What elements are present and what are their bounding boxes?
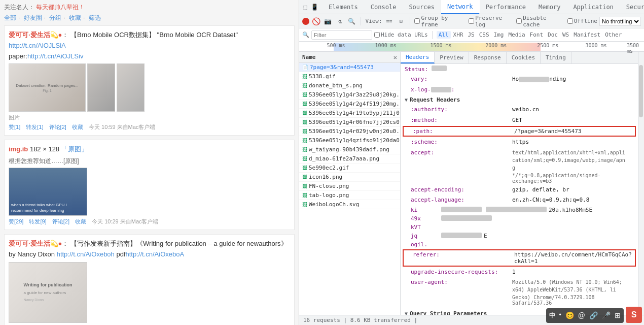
- file-icon-13: 🖼: [302, 183, 307, 189]
- tab-sources[interactable]: Sources: [403, 0, 441, 14]
- file-item-11[interactable]: 🖼 5e990ec2.gif: [299, 164, 400, 173]
- nav-collect[interactable]: 收藏: [69, 14, 85, 21]
- filter-doc[interactable]: Doc: [546, 31, 560, 39]
- post-1-repost[interactable]: 转发[1]: [26, 124, 43, 130]
- filter-search-icon: 🔍: [302, 31, 309, 38]
- view-tree-icon[interactable]: ⊞: [396, 16, 406, 26]
- file-item-1[interactable]: 🖼 5338.gif: [299, 72, 400, 81]
- filter-all[interactable]: All: [437, 31, 451, 39]
- filter-media[interactable]: Media: [506, 31, 527, 39]
- post-3-link2[interactable]: http://t.cn/AiOxeboA: [126, 250, 185, 258]
- filter-xhr[interactable]: XHR: [451, 31, 466, 39]
- camera-button[interactable]: 📷: [323, 16, 333, 26]
- file-item-9[interactable]: 🖼 w_taiyang-90b439dadf.png: [299, 145, 400, 154]
- post-1-comment[interactable]: 评论[2]: [49, 124, 66, 130]
- filter-css[interactable]: CSS: [477, 31, 491, 39]
- vertical-scrollbar[interactable]: [638, 52, 644, 315]
- weibo-s-letter: S: [631, 310, 637, 319]
- filter-js[interactable]: JS: [466, 31, 476, 39]
- file-item-7[interactable]: 🖼 5396ee05ly1g4r029jw0nj20u0...: [299, 127, 400, 136]
- details-tab-headers[interactable]: Headers: [401, 52, 435, 63]
- nav-filter[interactable]: 筛选: [89, 14, 103, 21]
- throttling-select[interactable]: No throttling: [599, 17, 641, 26]
- request-headers-section[interactable]: ▼ Request Headers: [401, 95, 638, 105]
- weibo-feed[interactable]: 关注名人： 每天都帅八辈祖！ 全部 好友圈 分组 收藏 筛选 爱可可·爱生活💫●…: [0, 0, 299, 325]
- file-item-12[interactable]: 🖼 icon16.png: [299, 173, 400, 182]
- post-2-like[interactable]: 赞[29]: [9, 218, 23, 224]
- details-tab-timing[interactable]: Timing: [541, 52, 571, 63]
- tab-security[interactable]: Security: [620, 0, 644, 14]
- devtools-device-icon[interactable]: 📱: [310, 3, 318, 11]
- post-2-img-link[interactable]: [原图]: [63, 157, 79, 165]
- weibo-float-toolbar: 中 • 😊 @ 🔗 🎤 ⊞: [546, 308, 624, 323]
- float-icon-mic[interactable]: 🎤: [601, 310, 612, 321]
- post-1-username[interactable]: 爱可可·爱生活💫●: [9, 31, 62, 39]
- details-tab-preview[interactable]: Preview: [435, 52, 469, 63]
- details-tab-response[interactable]: Response: [469, 52, 507, 63]
- post-1-link1[interactable]: http://t.cn/AiOJLSiA: [9, 42, 66, 49]
- nav-friends[interactable]: 好友圈: [24, 14, 46, 21]
- file-item-6[interactable]: 🖼 5396ee05ly1g4r06fne7jj20cs0...: [299, 118, 400, 127]
- tab-network[interactable]: Network: [441, 0, 480, 14]
- file-icon-10: 🖼: [302, 156, 307, 161]
- post-2-original[interactable]: 「原图」: [61, 145, 88, 153]
- blurred-row-4: jq E: [401, 232, 638, 240]
- timeline-3000: 3000 ms: [585, 43, 606, 48]
- timeline-bar: 500 ms 1000 ms 1500 ms 2000 ms 2500 ms 3…: [299, 42, 644, 52]
- weibo-float-logo[interactable]: S: [626, 307, 642, 323]
- post-1-collect[interactable]: 收藏: [72, 124, 83, 130]
- preserve-log-checkbox[interactable]: Preserve log: [469, 15, 514, 28]
- tab-memory[interactable]: Memory: [532, 0, 567, 14]
- post-3-link1[interactable]: http://t.cn/AiOxeboh: [57, 250, 115, 258]
- file-item-5[interactable]: 🖼 5396ee05ly1g4r19to9ypj211j0...: [299, 109, 400, 118]
- tab-application[interactable]: Application: [567, 0, 620, 14]
- top-bar-link[interactable]: 每天都帅八辈祖！: [36, 4, 85, 11]
- close-details-button[interactable]: ✕: [393, 54, 397, 61]
- clear-button[interactable]: 🚫: [311, 16, 321, 26]
- tab-elements[interactable]: Elements: [323, 0, 365, 14]
- post-1-img-meta: 图片: [9, 114, 290, 121]
- post-1-like[interactable]: 赞[1]: [9, 124, 20, 130]
- float-icon-zh[interactable]: 中: [548, 310, 556, 321]
- float-icon-at[interactable]: @: [577, 310, 586, 321]
- float-icon-dot[interactable]: •: [558, 310, 562, 321]
- nav-groups[interactable]: 分组: [49, 14, 65, 21]
- search-icon[interactable]: 🔍: [347, 16, 356, 26]
- tab-console[interactable]: Console: [365, 0, 403, 14]
- post-3-username[interactable]: 爱可可·爱生活💫●: [9, 240, 62, 247]
- group-by-frame-checkbox[interactable]: Group by frame: [414, 15, 467, 28]
- post-2-repost[interactable]: 转发[9]: [29, 218, 46, 224]
- filter-manifest[interactable]: Manifest: [571, 31, 602, 39]
- file-item-8[interactable]: 🖼 5396ee05ly1g4qzifso91j20da0...: [299, 136, 400, 145]
- record-button[interactable]: [302, 18, 309, 25]
- file-item-15[interactable]: 🖼 WeiboLogoCh.svg: [299, 200, 400, 209]
- details-tab-cookies[interactable]: Cookies: [507, 52, 541, 63]
- post-1-link2[interactable]: http://t.cn/AiOJLSiv: [27, 52, 84, 60]
- filter-icon[interactable]: ⚗: [335, 16, 345, 26]
- float-icon-emoji[interactable]: 😊: [564, 310, 575, 321]
- file-item-0[interactable]: 📄 ?page=3&rand=455473: [299, 63, 400, 72]
- filter-ws[interactable]: WS: [560, 31, 571, 39]
- file-item-4[interactable]: 🖼 5396ee05ly1g4r2g4f519j20mg...: [299, 100, 400, 109]
- file-item-10[interactable]: 🖼 d_miao-61fe2a7aaa.png: [299, 154, 400, 164]
- tab-performance[interactable]: Performance: [480, 0, 532, 14]
- filter-other[interactable]: Other: [603, 31, 624, 39]
- devtools-inspect-icon[interactable]: ⬚: [301, 3, 309, 11]
- file-item-2[interactable]: 🖼 donate_btn_s.png: [299, 81, 400, 90]
- disable-cache-checkbox[interactable]: Disable cache: [516, 15, 565, 28]
- file-item-3[interactable]: 🖼 5396ee05ly1g4r3az29u8j20kg...: [299, 90, 400, 100]
- post-2-username[interactable]: img.ib: [9, 145, 28, 153]
- float-icon-expand[interactable]: ⊞: [614, 310, 622, 321]
- post-2-comment[interactable]: 评论[2]: [52, 218, 69, 224]
- offline-checkbox[interactable]: Offline: [567, 18, 597, 24]
- file-item-14[interactable]: 🖼 tab-logo.png: [299, 191, 400, 200]
- filter-input[interactable]: [311, 30, 372, 40]
- hide-data-urls-checkbox[interactable]: Hide data URLs: [374, 31, 428, 38]
- filter-font[interactable]: Font: [528, 31, 546, 39]
- float-icon-link[interactable]: 🔗: [588, 310, 599, 321]
- post-2-collect[interactable]: 收藏: [75, 218, 86, 224]
- nav-all[interactable]: 全部: [4, 14, 20, 21]
- filter-img[interactable]: Img: [492, 31, 506, 39]
- view-list-icon[interactable]: ≡≡: [384, 16, 394, 26]
- file-item-13[interactable]: 🖼 FN-close.png: [299, 182, 400, 191]
